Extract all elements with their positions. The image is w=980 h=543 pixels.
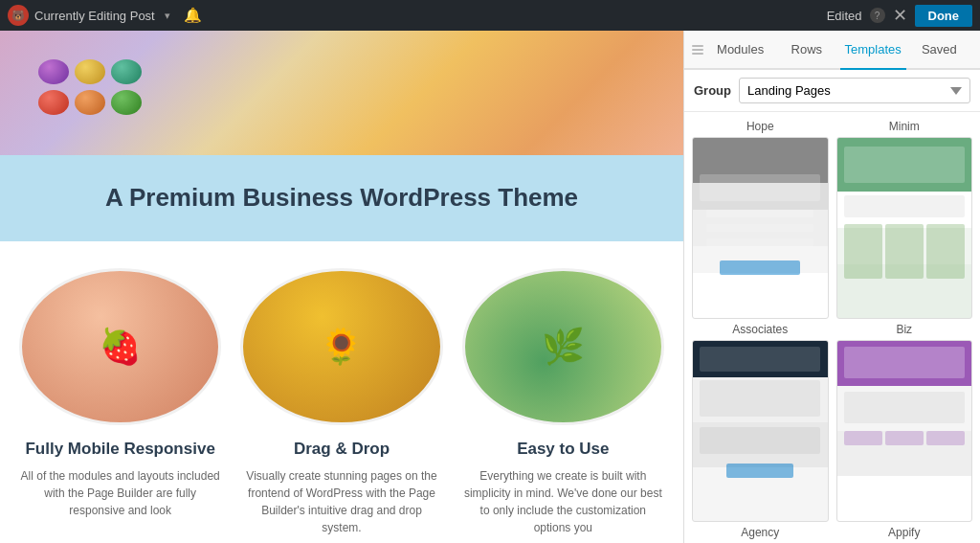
- chevron-down-icon[interactable]: ▾: [165, 10, 170, 22]
- abacus-bead: [75, 59, 105, 84]
- content-area: A Premium Business WordPress Theme 🍓 Ful…: [0, 31, 683, 543]
- abacus-bead: [38, 90, 69, 115]
- template-name-minim: Minim: [836, 120, 973, 133]
- template-name-biz: Biz: [836, 323, 973, 336]
- feature-title-2: Easy to Use: [462, 439, 664, 460]
- template-thumb-hope[interactable]: [692, 137, 829, 319]
- template-row-3: Agency: [692, 526, 972, 543]
- feature-title-0: Fully Mobile Responsive: [19, 439, 221, 460]
- sidebar-tabs: Modules Rows Templates Saved: [684, 31, 980, 70]
- tab-templates[interactable]: Templates: [840, 31, 906, 70]
- templates-grid: Hope Minim: [684, 112, 980, 543]
- drag-line: [692, 49, 703, 51]
- template-col-appify: Appify: [836, 526, 973, 543]
- group-label: Group: [694, 83, 731, 98]
- feature-desc-0: All of the modules and layouts included …: [19, 467, 221, 519]
- hero-image: [0, 31, 683, 155]
- feature-title-1: Drag & Drop: [240, 439, 442, 460]
- top-bar-right: Edited ? ✕ Done: [827, 5, 972, 27]
- template-thumb-associates[interactable]: [692, 340, 829, 522]
- template-thumb-minim[interactable]: [836, 137, 973, 319]
- template-name-appify: Appify: [836, 526, 973, 539]
- group-row: Group Landing Pages Home Pages About Pag…: [684, 70, 980, 112]
- template-col-biz: Biz: [836, 323, 973, 522]
- drag-line: [692, 53, 703, 55]
- template-inner-hope: [693, 138, 828, 318]
- abacus-bead: [75, 90, 105, 115]
- tab-modules[interactable]: Modules: [707, 31, 773, 70]
- feature-circle-easy: 🌿: [462, 268, 664, 425]
- template-row-1: Hope Minim: [692, 120, 972, 319]
- template-row-2: Associates Biz: [692, 323, 972, 522]
- edited-status: Edited: [827, 9, 862, 23]
- drag-line: [692, 45, 703, 47]
- group-select[interactable]: Landing Pages Home Pages About Pages Con…: [739, 78, 970, 103]
- done-button[interactable]: Done: [915, 5, 973, 27]
- template-name-associates: Associates: [692, 323, 829, 336]
- template-name-agency: Agency: [692, 526, 829, 539]
- template-thumb-biz[interactable]: [836, 340, 973, 522]
- help-icon[interactable]: ?: [870, 8, 885, 23]
- sidebar-panel: Modules Rows Templates Saved Group Landi…: [683, 31, 980, 543]
- feature-desc-1: Visually create stunning pages on the fr…: [240, 467, 442, 536]
- template-inner-minim: [837, 138, 972, 318]
- drag-handle[interactable]: [692, 31, 707, 68]
- template-inner-associates: [693, 341, 828, 521]
- tab-rows[interactable]: Rows: [773, 31, 839, 70]
- features-section: 🍓 Fully Mobile Responsive All of the mod…: [0, 241, 683, 425]
- feature-item-easy: 🌿 Easy to Use Everything we create is bu…: [462, 268, 664, 425]
- top-bar: 🐻 Currently Editing Post ▾ 🔔 Edited ? ✕ …: [0, 0, 980, 31]
- feature-item-mobile: 🍓 Fully Mobile Responsive All of the mod…: [19, 268, 221, 425]
- tagline-text: A Premium Business WordPress Theme: [29, 182, 655, 215]
- tagline-section: A Premium Business WordPress Theme: [0, 155, 683, 241]
- top-bar-left: 🐻 Currently Editing Post ▾ 🔔: [8, 5, 202, 26]
- template-col-associates: Associates: [692, 323, 829, 522]
- template-name-hope: Hope: [692, 120, 829, 133]
- wp-logo: 🐻: [8, 5, 29, 26]
- main-layout: A Premium Business WordPress Theme 🍓 Ful…: [0, 31, 980, 543]
- feature-circle-drag: 🌻: [240, 268, 442, 425]
- feature-desc-2: Everything we create is built with simpl…: [462, 467, 664, 536]
- template-col-minim: Minim: [836, 120, 973, 319]
- template-col-agency: Agency: [692, 526, 829, 543]
- feature-item-drag: 🌻 Drag & Drop Visually create stunning p…: [240, 268, 442, 425]
- bell-icon[interactable]: 🔔: [184, 7, 202, 24]
- template-col-hope: Hope: [692, 120, 829, 319]
- editing-title: Currently Editing Post: [34, 9, 155, 23]
- abacus-bead: [111, 59, 142, 84]
- abacus-bead: [38, 59, 69, 84]
- feature-circle-mobile: 🍓: [19, 268, 221, 425]
- close-button[interactable]: ✕: [893, 7, 907, 24]
- abacus-bead: [111, 90, 142, 115]
- tab-saved[interactable]: Saved: [906, 31, 972, 70]
- template-inner-biz: [837, 341, 972, 521]
